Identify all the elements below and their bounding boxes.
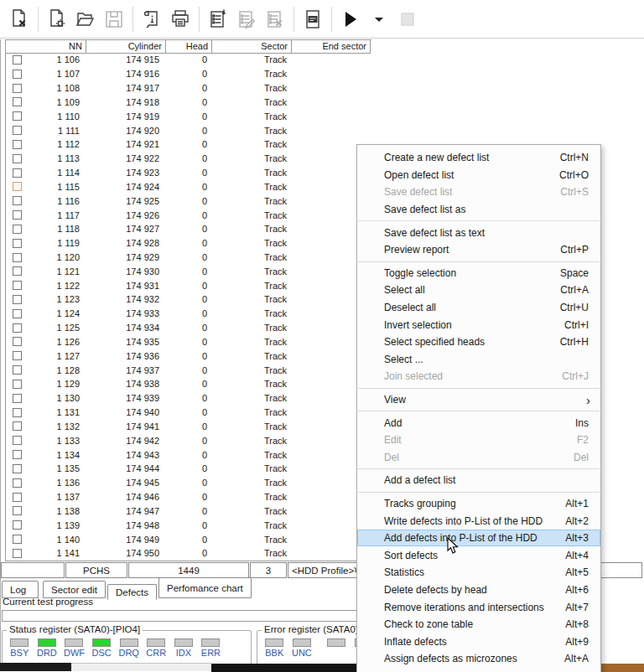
row-checkbox[interactable]	[13, 309, 22, 318]
row-checkbox[interactable]	[13, 478, 22, 488]
defect-row[interactable]: 1 107 174 916 0 Track	[6, 67, 371, 81]
clear-defect-list-icon[interactable]	[7, 7, 32, 32]
utility-chip-icon[interactable]	[300, 7, 325, 32]
menu-item[interactable]: Preview report Ctrl+P	[357, 241, 600, 259]
defect-row[interactable]: 1 121 174 930 0 Track	[6, 264, 371, 278]
delete-defect-list-icon[interactable]	[262, 7, 288, 32]
menu-item[interactable]: Toggle selection Space	[357, 265, 600, 282]
row-checkbox[interactable]	[13, 154, 22, 163]
menu-item[interactable]: Save defect list as	[357, 201, 600, 219]
menu-item[interactable]: Open defect list Ctrl+O	[357, 167, 600, 184]
defect-row[interactable]: 1 131 174 940 0 Track	[6, 406, 371, 420]
defect-row[interactable]: 1 109 174 918 0 Track	[6, 95, 371, 109]
defect-row[interactable]: 1 137 174 946 0 Track	[6, 490, 371, 504]
row-checkbox[interactable]	[13, 210, 22, 220]
defect-row[interactable]: 1 115 174 924 0 Track	[6, 179, 371, 194]
defect-row[interactable]: 1 141 174 950 0 Track	[6, 546, 371, 561]
edit-defect-list-icon[interactable]	[234, 7, 259, 32]
row-checkbox[interactable]	[13, 337, 22, 346]
defect-row[interactable]: 1 120 174 929 0 Track	[6, 251, 371, 265]
menu-item[interactable]: Add a defect list	[357, 472, 600, 489]
menu-item[interactable]: Inflate defects Alt+9	[357, 633, 600, 650]
start-options-dropdown-icon[interactable]	[366, 7, 392, 32]
menu-item[interactable]: Del Del	[357, 449, 600, 467]
row-checkbox[interactable]	[13, 253, 22, 262]
menu-item[interactable]: Write defects into P-List of the HDD Alt…	[357, 512, 600, 530]
row-checkbox[interactable]	[13, 295, 22, 304]
defect-row[interactable]: 1 139 174 948 0 Track	[6, 518, 371, 532]
column-header[interactable]: End sector	[292, 40, 371, 53]
menu-item[interactable]: Save defect list Ctrl+S	[357, 184, 600, 201]
tab[interactable]: Defects	[107, 584, 157, 600]
defect-row[interactable]: 1 112 174 921 0 Track	[6, 137, 371, 152]
save-defect-list-icon[interactable]	[101, 7, 127, 32]
defect-row[interactable]: 1 122 174 931 0 Track	[6, 278, 371, 292]
defect-row[interactable]: 1 128 174 937 0 Track	[6, 363, 371, 377]
row-checkbox[interactable]	[13, 84, 22, 93]
row-checkbox[interactable]	[13, 535, 22, 544]
row-checkbox[interactable]	[13, 351, 22, 360]
defect-row[interactable]: 1 130 174 939 0 Track	[6, 391, 371, 406]
row-checkbox[interactable]	[13, 520, 22, 530]
column-header[interactable]: Sector	[212, 40, 292, 53]
row-checkbox[interactable]	[13, 365, 22, 375]
row-checkbox[interactable]	[13, 266, 22, 276]
menu-item[interactable]: Select all Ctrl+A	[357, 282, 600, 299]
defect-row[interactable]: 1 133 174 942 0 Track	[6, 433, 371, 447]
defect-row[interactable]: 1 111 174 920 0 Track	[6, 123, 371, 137]
row-checkbox[interactable]	[13, 450, 22, 459]
defect-row[interactable]: 1 135 174 944 0 Track	[6, 462, 371, 476]
print-icon[interactable]	[168, 7, 193, 32]
stop-test-icon[interactable]	[395, 7, 420, 32]
menu-item[interactable]: Create a new defect list Ctrl+N	[357, 149, 600, 167]
menu-item[interactable]: Delete defects by head Alt+6	[357, 582, 600, 599]
defect-row[interactable]: 1 140 174 949 0 Track	[6, 532, 371, 546]
tab[interactable]: Log	[2, 581, 39, 598]
row-checkbox[interactable]	[13, 436, 22, 445]
row-checkbox[interactable]	[13, 70, 22, 79]
row-checkbox[interactable]	[13, 380, 22, 389]
defect-row[interactable]: 1 132 174 941 0 Track	[6, 420, 371, 434]
defect-row[interactable]: 1 138 174 947 0 Track	[6, 504, 371, 519]
create-new-defect-list-icon[interactable]	[44, 7, 70, 32]
row-checkbox[interactable]	[13, 140, 22, 149]
defect-row[interactable]: 1 124 174 933 0 Track	[6, 307, 371, 321]
menu-item[interactable]: Statistics Alt+5	[357, 564, 600, 582]
defect-row[interactable]: 1 113 174 922 0 Track	[6, 152, 371, 166]
row-checkbox[interactable]	[13, 55, 22, 65]
row-checkbox[interactable]	[13, 281, 22, 290]
row-checkbox[interactable]	[13, 196, 22, 205]
defect-row[interactable]: 1 125 174 934 0 Track	[6, 321, 371, 335]
add-defect-list-icon[interactable]	[205, 7, 231, 32]
row-checkbox[interactable]	[13, 239, 22, 248]
defect-row[interactable]: 1 117 174 926 0 Track	[6, 208, 371, 222]
row-checkbox[interactable]	[13, 464, 22, 473]
defect-row[interactable]: 1 134 174 943 0 Track	[6, 447, 371, 462]
defect-row[interactable]: 1 129 174 938 0 Track	[6, 377, 371, 391]
column-header[interactable]: Cylinder	[86, 40, 166, 53]
row-checkbox[interactable]	[13, 394, 22, 403]
defect-row[interactable]: 1 114 174 923 0 Track	[6, 166, 371, 180]
menu-item[interactable]: Join selected Ctrl+J	[357, 368, 600, 385]
menu-item[interactable]: Deselect all Ctrl+U	[357, 299, 600, 317]
menu-item[interactable]: Edit F2	[357, 432, 600, 449]
open-defect-list-icon[interactable]	[73, 7, 98, 32]
menu-item[interactable]: Check to zone table Alt+8	[357, 616, 600, 633]
menu-item[interactable]: Assign defects as microzones Alt+A	[357, 650, 600, 668]
tab[interactable]: Perfomance chart	[158, 577, 252, 598]
row-checkbox[interactable]	[13, 168, 22, 178]
menu-item[interactable]: View	[357, 391, 600, 409]
menu-item[interactable]: Select ...	[357, 351, 600, 369]
row-checkbox[interactable]	[13, 493, 22, 502]
row-checkbox[interactable]	[13, 97, 22, 106]
menu-item[interactable]: Tracks grouping Alt+1	[357, 495, 600, 513]
column-header[interactable]: Head	[166, 40, 212, 53]
row-checkbox[interactable]	[13, 126, 22, 135]
defect-row[interactable]: 1 127 174 936 0 Track	[6, 349, 371, 363]
menu-item[interactable]: Remove iterations and intersections Alt+…	[357, 598, 600, 616]
defect-row[interactable]: 1 123 174 932 0 Track	[6, 292, 371, 307]
menu-item[interactable]: Select specified heads Ctrl+H	[357, 333, 600, 351]
row-checkbox[interactable]	[13, 408, 22, 417]
menu-item[interactable]: Save defect list as text	[357, 224, 600, 241]
row-checkbox[interactable]	[13, 225, 22, 234]
